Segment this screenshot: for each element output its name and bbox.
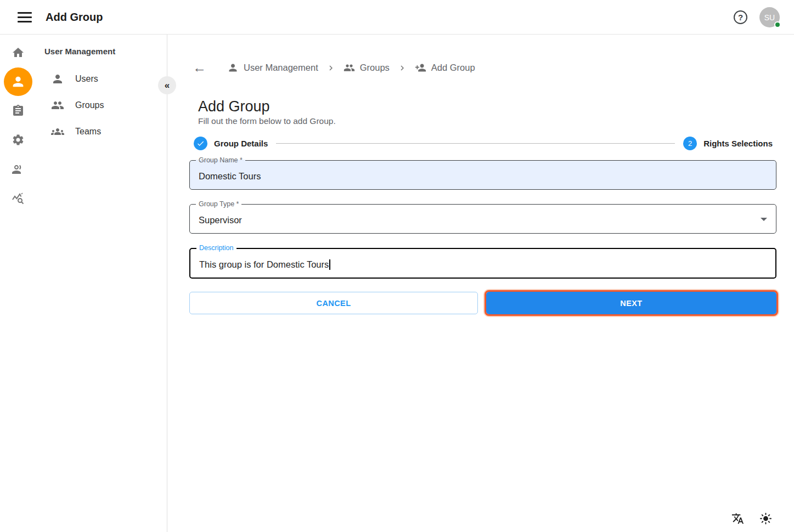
text-cursor bbox=[329, 259, 330, 270]
cancel-button[interactable]: CANCEL bbox=[189, 292, 478, 314]
settings-icon[interactable] bbox=[12, 133, 25, 146]
breadcrumb: ← User Management Groups Add Group bbox=[193, 61, 475, 75]
person-icon bbox=[51, 72, 64, 86]
top-app-bar: Add Group ? SU bbox=[0, 0, 794, 35]
main-content: ← User Management Groups Add Group Add G… bbox=[168, 35, 794, 532]
icon-rail bbox=[0, 35, 36, 532]
people-icon bbox=[343, 62, 355, 73]
breadcrumb-groups[interactable]: Groups bbox=[343, 62, 390, 73]
group-type-value: Supervisor bbox=[199, 205, 242, 233]
step2-circle[interactable]: 2 bbox=[683, 137, 697, 150]
user-management-active-icon[interactable] bbox=[4, 67, 32, 96]
sidebar-item-groups[interactable]: Groups bbox=[36, 93, 167, 117]
stepper: Group Details 2 Rights Selections bbox=[194, 136, 773, 150]
form-subheading: Fill out the form below to add Group. bbox=[198, 116, 336, 126]
page-title: Add Group bbox=[46, 11, 103, 24]
sidebar-item-label: Users bbox=[75, 74, 98, 84]
record-voice-over-icon[interactable] bbox=[12, 162, 25, 176]
person-add-icon bbox=[415, 62, 426, 73]
assignment-icon[interactable] bbox=[12, 104, 25, 117]
sidebar-item-label: Groups bbox=[75, 100, 104, 110]
stepper-connector bbox=[276, 143, 675, 144]
description-value: This group is for Domestic Tours bbox=[199, 249, 330, 278]
menu-icon[interactable] bbox=[18, 10, 32, 24]
breadcrumb-user-management[interactable]: User Management bbox=[227, 62, 318, 73]
chevron-right-icon bbox=[397, 63, 407, 73]
next-button[interactable]: NEXT bbox=[486, 292, 776, 314]
step1-label: Group Details bbox=[214, 139, 268, 148]
group-name-field[interactable]: Group Name * Domestic Tours bbox=[189, 160, 776, 190]
breadcrumb-add-group[interactable]: Add Group bbox=[415, 62, 475, 73]
groups-icon bbox=[51, 125, 64, 138]
sidebar-item-teams[interactable]: Teams bbox=[36, 120, 167, 144]
description-field[interactable]: Description This group is for Domestic T… bbox=[189, 248, 776, 279]
sidebar-item-label: Teams bbox=[75, 127, 101, 137]
help-icon[interactable]: ? bbox=[734, 10, 747, 24]
query-stats-icon[interactable] bbox=[12, 192, 25, 205]
group-name-value: Domestic Tours bbox=[199, 161, 261, 189]
sidebar-item-users[interactable]: Users bbox=[36, 67, 167, 91]
user-avatar[interactable]: SU bbox=[759, 7, 780, 27]
people-icon bbox=[51, 99, 64, 112]
step1-check-icon[interactable] bbox=[194, 137, 207, 150]
sidebar: User Management Users Groups Teams bbox=[0, 35, 167, 532]
form-heading: Add Group bbox=[198, 98, 270, 115]
add-group-form: Group Name * Domestic Tours Group Type *… bbox=[189, 160, 776, 314]
chevron-right-icon bbox=[326, 63, 336, 73]
person-icon bbox=[227, 62, 239, 73]
home-icon[interactable] bbox=[12, 46, 25, 59]
step2-label: Rights Selections bbox=[703, 139, 773, 148]
dropdown-arrow-icon bbox=[761, 218, 767, 221]
back-arrow-icon[interactable]: ← bbox=[193, 61, 206, 75]
translate-icon[interactable] bbox=[731, 512, 744, 525]
online-status-dot bbox=[774, 21, 781, 28]
sidebar-collapse-button[interactable]: « bbox=[158, 76, 176, 94]
brightness-icon[interactable] bbox=[759, 512, 772, 525]
sidebar-section-label: User Management bbox=[44, 47, 115, 56]
group-type-select[interactable]: Group Type * Supervisor bbox=[189, 204, 776, 234]
